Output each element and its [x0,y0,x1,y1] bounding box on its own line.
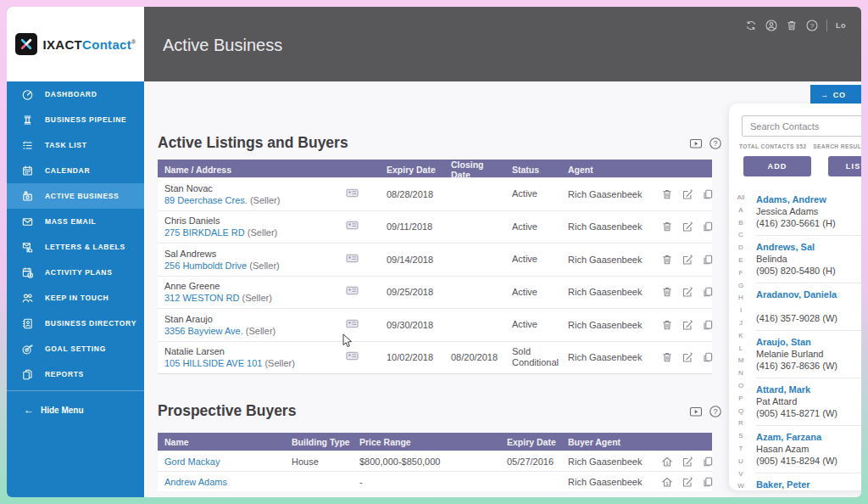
alpha-link[interactable]: F [732,267,749,280]
calendar-clock-icon [21,266,34,279]
app-logo[interactable]: IXACTContact® [7,7,144,81]
contact-card-icon[interactable] [346,219,359,234]
list-button[interactable]: LIST [828,156,861,176]
delete-icon[interactable] [661,254,673,266]
alpha-link[interactable]: O [732,380,749,393]
hide-menu-button[interactable]: ← Hide Menu [7,399,144,421]
alpha-link[interactable]: R [732,417,749,430]
contact-card-icon[interactable] [346,187,359,202]
sidebar-item-business-directory[interactable]: BUSINESS DIRECTORY [7,311,144,336]
edit-icon[interactable] [682,254,693,266]
copy-notes-icon[interactable] [702,476,714,488]
edit-icon[interactable] [682,286,693,298]
help-icon[interactable]: ? [806,20,818,31]
alpha-link[interactable]: V [732,468,749,481]
trash-icon[interactable] [786,20,798,31]
listing-address-link[interactable]: 3356 Bayview Ave. [164,326,243,336]
contact-card-icon[interactable] [346,284,359,300]
listing-address-link[interactable]: 105 HILLSIDE AVE 101 [164,358,262,368]
contact-name-link[interactable]: Andrews, Sal [756,241,861,253]
listing-address-link[interactable]: 256 Humboldt Drive [164,260,247,271]
alpha-link[interactable]: C [732,229,749,242]
copy-notes-icon[interactable] [702,286,714,298]
listing-address-link[interactable]: 275 BIRKDALE RD [164,227,245,238]
delete-icon[interactable] [661,221,673,232]
delete-icon[interactable] [661,188,673,200]
alpha-link[interactable]: U [732,456,749,468]
edit-icon[interactable] [682,188,693,200]
delete-icon[interactable] [661,351,673,363]
buyer-price-range: $800,000-$850,000 [353,456,500,467]
contact-card-icon[interactable] [346,350,359,365]
house-value-icon[interactable]: $ [661,456,673,468]
edit-icon[interactable] [682,319,693,331]
sidebar-item-activity-plans[interactable]: ACTIVITY PLANS [7,260,144,285]
alpha-link[interactable]: N [732,367,749,380]
edit-icon[interactable] [682,221,693,232]
search-contacts-input[interactable] [742,115,861,137]
edit-icon[interactable] [682,351,693,363]
alpha-link[interactable]: L [732,343,749,356]
sidebar-item-keep-in-touch[interactable]: KEEP IN TOUCH [7,285,144,311]
copy-notes-icon[interactable] [702,254,714,266]
logout-link[interactable]: Lo [836,21,846,30]
copy-notes-icon[interactable] [702,351,714,363]
alpha-link[interactable]: E [732,255,749,267]
copy-notes-icon[interactable] [702,188,714,200]
alpha-link[interactable]: G [732,280,749,293]
alpha-link[interactable]: M [732,355,749,367]
contact-name-link[interactable]: Baker, Peter [756,479,861,490]
video-tutorial-icon[interactable] [689,405,703,418]
section-help-icon[interactable]: ? [709,405,722,418]
buyer-name-link[interactable]: Andrew Adams [164,477,227,487]
contact-card-icon[interactable] [346,252,359,267]
sidebar-item-calendar[interactable]: CALENDAR [7,158,144,183]
buyer-name-link[interactable]: Gord Mackay [164,456,220,467]
sidebar-item-mass-email[interactable]: MASS EMAIL [7,209,144,234]
section-help-icon[interactable]: ? [709,137,722,150]
copy-notes-icon[interactable] [702,319,714,331]
sidebar-item-goal-setting[interactable]: GOAL SETTING [7,336,144,361]
delete-icon[interactable] [661,286,673,298]
sidebar-item-business-pipeline[interactable]: BUSINESS PIPELINE [7,107,144,132]
delete-icon[interactable] [661,319,673,331]
listing-role: (Seller) [250,195,280,205]
sidebar-item-label: DASHBOARD [45,90,97,98]
contact-name-link[interactable]: Adams, Andrew [756,193,861,205]
sidebar-item-reports[interactable]: REPORTS [7,361,144,387]
contact-name-link[interactable]: Attard, Mark [756,384,861,395]
contact-name-link[interactable]: Aradanov, Daniela [756,288,861,300]
alpha-link[interactable]: D [732,242,749,255]
alpha-link[interactable]: Q [732,406,749,418]
alpha-link[interactable]: P [732,393,749,406]
contact-name-link[interactable]: Azam, Farzana [756,431,861,443]
listing-address-link[interactable]: 89 Deerchase Cres. [164,195,248,205]
alpha-link[interactable]: T [732,443,749,456]
sidebar-item-dashboard[interactable]: DASHBOARD [7,81,144,107]
user-account-icon[interactable] [765,20,777,31]
copy-notes-icon[interactable] [702,221,714,232]
edit-icon[interactable] [682,456,693,468]
video-tutorial-icon[interactable] [689,137,703,150]
copy-notes-icon[interactable] [702,456,714,468]
contact-name-link[interactable]: Araujo, Stan [756,336,861,348]
house-value-icon[interactable]: $ [661,476,673,488]
alpha-link[interactable]: K [732,330,749,343]
alpha-link[interactable]: W [732,480,749,490]
alpha-link[interactable]: J [732,317,749,330]
alpha-link[interactable]: I [732,305,749,317]
alpha-link[interactable]: A [732,204,749,217]
sidebar-item-letters-labels[interactable]: LETTERS & LABELS [7,234,144,260]
sync-icon[interactable] [745,20,757,31]
contact-action-button[interactable]: → CO [810,85,861,104]
contact-card-icon[interactable] [346,317,359,333]
add-contact-button[interactable]: ADD [743,156,811,176]
sidebar-item-task-list[interactable]: TASK LIST [7,132,144,158]
alpha-link[interactable]: B [732,217,749,230]
edit-icon[interactable] [682,476,693,488]
sidebar-item-active-business[interactable]: ACTIVE BUSINESS [7,183,144,209]
alpha-link[interactable]: S [732,430,749,443]
alpha-link[interactable]: All [732,192,749,204]
alpha-link[interactable]: H [732,292,749,305]
listing-address-link[interactable]: 312 WESTON RD [164,293,239,303]
